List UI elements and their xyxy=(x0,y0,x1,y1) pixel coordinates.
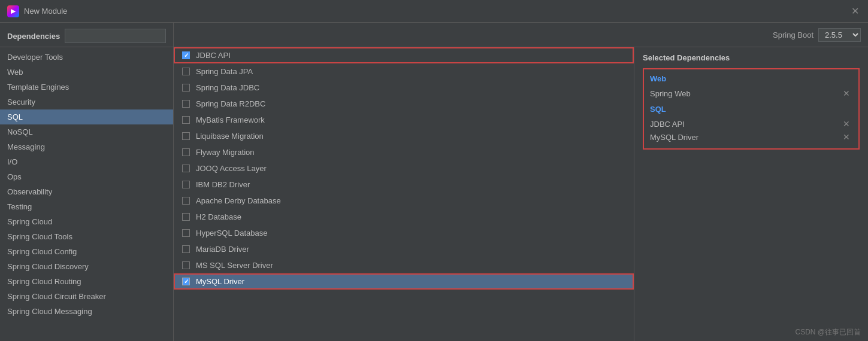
checkbox-h2-database[interactable] xyxy=(182,213,190,221)
title-bar: ▶ New Module ✕ xyxy=(0,0,868,23)
dialog-title: New Module xyxy=(24,7,67,16)
search-input[interactable] xyxy=(65,29,166,43)
sidebar-item-spring-cloud-config[interactable]: Spring Cloud Config xyxy=(0,244,173,259)
top-left: Dependencies xyxy=(0,23,174,47)
dep-label-spring-data-r2dbc: Spring Data R2DBC xyxy=(196,99,265,108)
dep-label-mysql-driver: MySQL Driver xyxy=(196,277,244,286)
dep-label-ibm-db2-driver: IBM DB2 Driver xyxy=(196,180,250,189)
sidebar-item-template-engines[interactable]: Template Engines xyxy=(0,80,173,95)
dep-label-mybatis-framework: MyBatis Framework xyxy=(196,115,265,124)
checkbox-mariadb-driver[interactable] xyxy=(182,245,190,253)
sidebar-header: Dependencies xyxy=(0,23,173,47)
checkbox-ms-sql-server-driver[interactable] xyxy=(182,261,190,269)
checkbox-mysql-driver[interactable] xyxy=(182,278,190,285)
sidebar-item-sql[interactable]: SQL xyxy=(0,109,173,124)
dep-item-mariadb-driver[interactable]: MariaDB Driver xyxy=(174,241,634,257)
app-icon: ▶ xyxy=(7,5,19,17)
title-bar-left: ▶ New Module xyxy=(7,5,67,17)
main-area: Developer Tools Web Template Engines Sec… xyxy=(0,47,868,341)
checkbox-jooq-access-layer[interactable] xyxy=(182,165,190,172)
selected-dependencies-title: Selected Dependencies xyxy=(643,53,860,62)
checkbox-jdbc-api[interactable] xyxy=(182,51,190,59)
remove-spring-web-button[interactable]: ✕ xyxy=(840,89,852,98)
dep-item-ibm-db2-driver[interactable]: IBM DB2 Driver xyxy=(174,176,634,193)
dep-label-liquibase-migration: Liquibase Migration xyxy=(196,132,264,141)
spring-boot-selector-area: Spring Boot 2.5.5 2.5.4 2.4.10 2.3.12 xyxy=(174,23,868,47)
dep-item-spring-data-jpa[interactable]: Spring Data JPA xyxy=(174,63,634,80)
sidebar-item-spring-cloud[interactable]: Spring Cloud xyxy=(0,214,173,229)
new-module-dialog: ▶ New Module ✕ Dependencies Spring Boot … xyxy=(0,0,868,341)
dep-item-ms-sql-server-driver[interactable]: MS SQL Server Driver xyxy=(174,257,634,273)
checkbox-flyway-migration[interactable] xyxy=(182,148,190,156)
sidebar-list: Developer Tools Web Template Engines Sec… xyxy=(0,47,173,341)
dep-name-mysql-driver-sel: MySQL Driver xyxy=(650,133,698,142)
dep-label-spring-data-jdbc: Spring Data JDBC xyxy=(196,83,259,92)
top-area: Dependencies Spring Boot 2.5.5 2.5.4 2.4… xyxy=(0,23,868,47)
spring-boot-label: Spring Boot xyxy=(773,31,813,39)
web-section-title: Web xyxy=(650,74,852,83)
sidebar-item-developer-tools[interactable]: Developer Tools xyxy=(0,50,173,65)
dep-label-spring-data-jpa: Spring Data JPA xyxy=(196,67,253,76)
dependencies-label: Dependencies xyxy=(7,32,60,41)
watermark: CSDN @往事已回首 xyxy=(795,327,861,337)
dep-row-spring-web: Spring Web ✕ xyxy=(650,87,852,100)
checkbox-spring-data-jpa[interactable] xyxy=(182,68,190,75)
dep-label-h2-database: H2 Database xyxy=(196,212,241,221)
dep-item-h2-database[interactable]: H2 Database xyxy=(174,209,634,225)
dep-label-jdbc-api: JDBC API xyxy=(196,51,231,60)
checkbox-liquibase-migration[interactable] xyxy=(182,132,190,140)
spring-boot-select[interactable]: 2.5.5 2.5.4 2.4.10 2.3.12 xyxy=(818,28,861,42)
sidebar-item-spring-cloud-tools[interactable]: Spring Cloud Tools xyxy=(0,229,173,244)
remove-mysql-driver-button[interactable]: ✕ xyxy=(840,132,852,142)
sidebar-item-spring-cloud-routing[interactable]: Spring Cloud Routing xyxy=(0,274,173,289)
dep-label-apache-derby-database: Apache Derby Database xyxy=(196,196,281,205)
dep-item-hypersql-database[interactable]: HyperSQL Database xyxy=(174,225,634,241)
dep-row-mysql-driver: MySQL Driver ✕ xyxy=(650,130,852,144)
checkbox-spring-data-r2dbc[interactable] xyxy=(182,100,190,108)
close-button[interactable]: ✕ xyxy=(849,5,861,17)
dep-label-jooq-access-layer: JOOQ Access Layer xyxy=(196,164,267,173)
sql-section-title: SQL xyxy=(650,105,852,114)
sidebar-item-security[interactable]: Security xyxy=(0,95,173,109)
sidebar-item-ops[interactable]: Ops xyxy=(0,169,173,184)
sidebar-item-messaging[interactable]: Messaging xyxy=(0,139,173,154)
web-section: Web Spring Web ✕ SQL JDBC API ✕ MySQL Dr… xyxy=(643,68,860,150)
dep-label-ms-sql-server-driver: MS SQL Server Driver xyxy=(196,261,273,270)
checkbox-ibm-db2-driver[interactable] xyxy=(182,181,190,188)
sidebar: Developer Tools Web Template Engines Sec… xyxy=(0,47,174,341)
sidebar-item-observability[interactable]: Observability xyxy=(0,184,173,199)
dep-row-jdbc-api: JDBC API ✕ xyxy=(650,117,852,130)
dep-label-flyway-migration: Flyway Migration xyxy=(196,148,255,157)
sidebar-item-io[interactable]: I/O xyxy=(0,154,173,169)
dep-item-mybatis-framework[interactable]: MyBatis Framework xyxy=(174,112,634,128)
checkbox-spring-data-jdbc[interactable] xyxy=(182,84,190,92)
sidebar-item-nosql[interactable]: NoSQL xyxy=(0,124,173,139)
sidebar-item-web[interactable]: Web xyxy=(0,65,173,80)
dep-item-apache-derby-database[interactable]: Apache Derby Database xyxy=(174,193,634,209)
dep-item-jooq-access-layer[interactable]: JOOQ Access Layer xyxy=(174,160,634,176)
dep-item-flyway-migration[interactable]: Flyway Migration xyxy=(174,144,634,160)
checkbox-hypersql-database[interactable] xyxy=(182,229,190,237)
dep-item-liquibase-migration[interactable]: Liquibase Migration xyxy=(174,128,634,144)
middle-panel: JDBC API Spring Data JPA Spring Data JDB… xyxy=(174,47,634,341)
sidebar-item-testing[interactable]: Testing xyxy=(0,199,173,214)
dep-item-spring-data-jdbc[interactable]: Spring Data JDBC xyxy=(174,80,634,96)
checkbox-mybatis-framework[interactable] xyxy=(182,116,190,124)
remove-jdbc-api-button[interactable]: ✕ xyxy=(840,119,852,129)
right-panel: Selected Dependencies Web Spring Web ✕ S… xyxy=(634,47,868,341)
dep-item-jdbc-api[interactable]: JDBC API xyxy=(174,47,634,63)
dep-item-mysql-driver[interactable]: MySQL Driver xyxy=(174,273,634,290)
dep-label-hypersql-database: HyperSQL Database xyxy=(196,229,267,238)
checkbox-apache-derby-database[interactable] xyxy=(182,197,190,205)
dep-name-spring-web: Spring Web xyxy=(650,89,691,98)
dep-label-mariadb-driver: MariaDB Driver xyxy=(196,245,249,254)
dep-item-spring-data-r2dbc[interactable]: Spring Data R2DBC xyxy=(174,96,634,112)
dep-name-jdbc-api-sel: JDBC API xyxy=(650,120,685,129)
sidebar-item-spring-cloud-circuit-breaker[interactable]: Spring Cloud Circuit Breaker xyxy=(0,289,173,304)
sidebar-item-spring-cloud-discovery[interactable]: Spring Cloud Discovery xyxy=(0,259,173,274)
sidebar-item-spring-cloud-messaging[interactable]: Spring Cloud Messaging xyxy=(0,304,173,319)
